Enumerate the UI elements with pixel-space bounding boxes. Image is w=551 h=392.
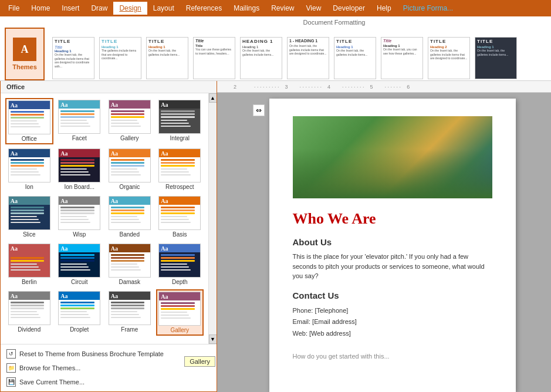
theme-item-integral[interactable]: AaIntegral xyxy=(156,98,204,144)
themes-icon: A xyxy=(13,38,36,61)
theme-item-wisp[interactable]: AaWisp xyxy=(56,194,104,239)
ribbon-theme-3[interactable]: TITLE Heading 1 On the Insert tab, the g… xyxy=(144,36,190,80)
theme-item-dividend[interactable]: AaDividend xyxy=(5,289,53,336)
theme-item-berlin[interactable]: AaBerlin xyxy=(5,242,53,287)
save-icon: 💾 xyxy=(6,377,16,387)
theme-name-15: Depth xyxy=(172,279,188,285)
menu-review[interactable]: Review xyxy=(265,2,300,15)
page-wrapper: ⇔ Who We Are About Us This is the place … xyxy=(217,93,551,392)
theme-thumb-7: Aa xyxy=(158,148,201,183)
theme-thumb-14: Aa xyxy=(109,244,151,278)
save-theme-label: Save Current Theme... xyxy=(19,379,84,386)
theme-name-7: Retrospect xyxy=(165,184,194,190)
theme-name-3: Integral xyxy=(170,135,190,141)
menu-home[interactable]: Home xyxy=(25,2,56,15)
themes-label: Themes xyxy=(12,63,37,70)
save-theme-action[interactable]: 💾 Save Current Theme... xyxy=(1,375,217,389)
about-us-heading: About Us xyxy=(293,237,492,247)
document-heading: Who We Are xyxy=(293,210,492,228)
ribbon-theme-2[interactable]: TITLE Heading 1 The galleries include it… xyxy=(97,36,143,80)
theme-item-office[interactable]: AaOffice xyxy=(5,98,53,144)
theme-item-retrospect[interactable]: AaRetrospect xyxy=(156,147,204,192)
theme-thumb-11: Aa xyxy=(158,196,201,230)
reset-icon: ↺ xyxy=(6,349,16,359)
ribbon-theme-1[interactable]: TITLE Title Heading 1 On the Insert tab,… xyxy=(50,36,96,80)
theme-item-basis[interactable]: AaBasis xyxy=(156,194,204,239)
themes-button[interactable]: A Themes xyxy=(5,28,45,80)
ruler-mark-3: 3 xyxy=(285,84,288,90)
theme-item-slice[interactable]: AaSlice xyxy=(5,194,53,239)
theme-name-1: Facet xyxy=(72,135,87,141)
menu-references[interactable]: References xyxy=(180,2,228,15)
ribbon-thumb-3: TITLE Heading 1 On the Insert tab, the g… xyxy=(146,37,188,79)
theme-name-13: Circuit xyxy=(71,279,87,285)
theme-item-facet[interactable]: AaFacet xyxy=(56,98,104,144)
ribbon-theme-7[interactable]: TITLE Heading 1 On the Insert tab, the g… xyxy=(332,36,378,80)
theme-item-frame[interactable]: AaFrame xyxy=(106,289,154,336)
theme-item-ion-board---[interactable]: AaIon Board... xyxy=(56,147,104,192)
menu-developer[interactable]: Developer xyxy=(327,2,371,15)
page-scroll-button[interactable]: ⇔ xyxy=(253,104,265,116)
menu-view[interactable]: View xyxy=(300,2,327,15)
ribbon-theme-8[interactable]: Title Heading 1 On the Insert tab, you c… xyxy=(379,36,425,80)
panel-inner: AaOfficeAaFacetAaGalleryAaIntegralAaIonA… xyxy=(1,93,217,344)
page-hero-image xyxy=(293,116,492,198)
theme-item-circuit[interactable]: AaCircuit xyxy=(56,242,104,287)
themes-dropdown-panel: Office AaOfficeAaFacetAaGalleryAaIntegra… xyxy=(0,81,217,392)
ribbon-theme-4[interactable]: Title Title You can use these galleries … xyxy=(191,36,237,80)
theme-item-ion[interactable]: AaIon xyxy=(5,147,53,192)
menu-layout[interactable]: Layout xyxy=(147,2,180,15)
ruler: 2 · · · · · · · · · 3 · · · · · · · · 4 … xyxy=(217,81,551,93)
document-page: Who We Are About Us This is the place fo… xyxy=(269,99,516,392)
theme-thumb-18: Aa xyxy=(109,291,151,325)
theme-thumb-4: Aa xyxy=(8,148,50,183)
theme-thumb-12: Aa xyxy=(8,244,50,278)
theme-item-gallery[interactable]: AaGallery xyxy=(156,289,204,336)
theme-name-12: Berlin xyxy=(22,279,37,285)
gallery-tooltip: Gallery xyxy=(184,356,215,367)
panel-scrollbar[interactable]: ▲ ▼ xyxy=(208,93,217,344)
theme-item-droplet[interactable]: AaDroplet xyxy=(56,289,104,336)
ruler-mark-dot: · · · · · · · · · xyxy=(254,84,279,90)
menu-mailings[interactable]: Mailings xyxy=(228,2,265,15)
menu-help[interactable]: Help xyxy=(371,2,397,15)
theme-thumb-19: Aa xyxy=(158,292,201,326)
theme-item-depth[interactable]: AaDepth xyxy=(156,242,204,287)
menu-insert[interactable]: Insert xyxy=(56,2,85,15)
ribbon-theme-10[interactable]: TITLE Heading 1 On the Insert tab, the g… xyxy=(473,36,519,80)
ribbon-theme-6[interactable]: 1 - HEADING 1 On the Insert tab, the gal… xyxy=(285,36,331,80)
menu-picture-format[interactable]: Picture Forma... xyxy=(397,2,459,15)
themes-grid: AaOfficeAaFacetAaGalleryAaIntegralAaIonA… xyxy=(1,93,208,340)
theme-thumb-3: Aa xyxy=(158,100,201,134)
theme-item-gallery[interactable]: AaGallery xyxy=(106,98,154,144)
ruler-mark-6: 6 xyxy=(407,84,410,90)
contact-us-heading: Contact Us xyxy=(293,290,492,300)
scroll-up-button[interactable]: ▲ xyxy=(209,93,217,103)
ribbon-theme-5[interactable]: HEADING 1 Heading 1 On the Insert tab, t… xyxy=(238,36,284,80)
theme-item-organic[interactable]: AaOrganic xyxy=(106,147,154,192)
theme-name-4: Ion xyxy=(25,184,33,190)
theme-thumb-5: Aa xyxy=(58,148,100,183)
theme-name-19: Gallery xyxy=(170,327,189,333)
theme-name-17: Droplet xyxy=(70,326,89,333)
ribbon-theme-9[interactable]: TITLE Heading 2 On the Insert tab, the g… xyxy=(426,36,472,80)
document-area: 2 · · · · · · · · · 3 · · · · · · · · 4 … xyxy=(217,81,551,392)
theme-name-18: Frame xyxy=(121,326,138,333)
menu-draw[interactable]: Draw xyxy=(85,2,113,15)
scroll-down-button[interactable]: ▼ xyxy=(209,334,217,344)
ruler-mark-2: 2 xyxy=(234,84,236,90)
menu-design[interactable]: Design xyxy=(113,2,147,15)
theme-name-11: Basis xyxy=(173,231,187,238)
theme-item-damask[interactable]: AaDamask xyxy=(106,242,154,287)
theme-thumb-1: Aa xyxy=(58,100,100,134)
theme-thumb-8: Aa xyxy=(8,196,50,230)
menu-file[interactable]: File xyxy=(2,2,25,15)
ribbon-thumb-2: TITLE Heading 1 The galleries include it… xyxy=(99,37,141,79)
panel-section-label: Office xyxy=(1,81,217,93)
theme-name-5: Ion Board... xyxy=(64,184,94,190)
ribbon-themes: TITLE Title Heading 1 On the Insert tab,… xyxy=(50,36,546,80)
browse-themes-label: Browse for Themes... xyxy=(19,364,80,371)
theme-item-banded[interactable]: AaBanded xyxy=(106,194,154,239)
theme-name-0: Office xyxy=(22,136,37,142)
about-us-body: This is the place for your 'elevator pit… xyxy=(293,252,492,281)
